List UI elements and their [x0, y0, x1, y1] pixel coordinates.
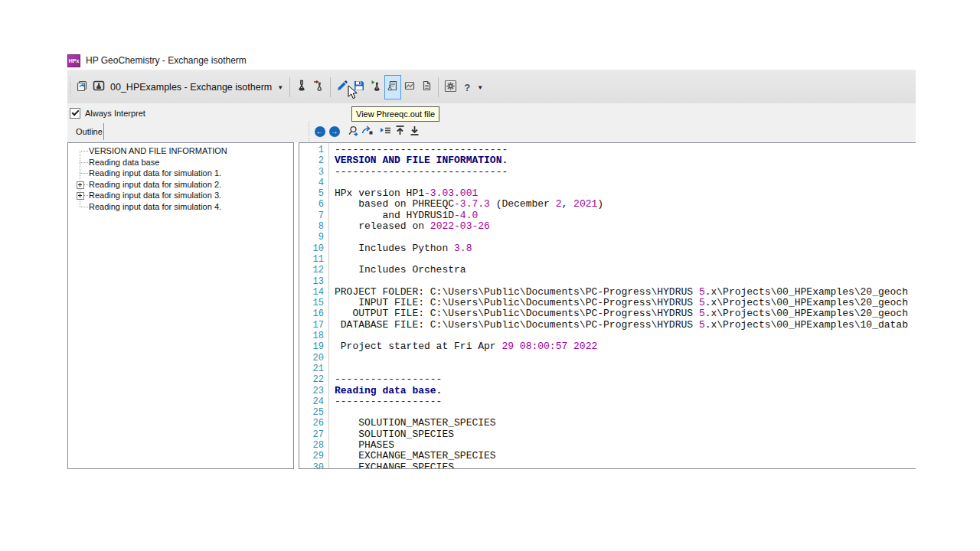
outline-panel: VERSION AND FILE INFORMATIONReading data…	[67, 142, 294, 469]
always-interpret-row[interactable]: Always Interpret	[70, 108, 145, 119]
view-output-button[interactable]	[384, 75, 401, 99]
tree-item[interactable]: Reading input data for simulation 4.	[68, 201, 293, 213]
toolbar-separator	[289, 77, 290, 97]
tree-item-label: Reading input data for simulation 3.	[89, 191, 221, 200]
code-line: 18	[299, 331, 916, 341]
scroll-to-top-button[interactable]	[393, 125, 407, 139]
toolbar-grip[interactable]	[308, 122, 310, 142]
line-number: 17	[299, 320, 329, 331]
flask-a-button[interactable]	[293, 77, 310, 98]
mouse-cursor	[348, 85, 358, 103]
line-number: 19	[299, 341, 329, 352]
always-interpret-checkbox[interactable]	[70, 108, 80, 119]
code-line: 8 released on 2022-03-26	[299, 221, 916, 232]
indent-levels-button[interactable]	[378, 125, 393, 139]
code-line: 13	[299, 276, 916, 287]
line-number: 8	[299, 221, 329, 232]
line-number: 11	[299, 254, 329, 265]
line-number: 22	[299, 374, 329, 385]
view-graph-button[interactable]	[401, 77, 418, 98]
code-text: ------------------	[329, 396, 442, 407]
code-text: INPUT FILE: C:\Users\Public\Documents\PC…	[329, 298, 908, 308]
project-window-button[interactable]	[90, 77, 107, 98]
code-text: VERSION AND FILE INFORMATION.	[329, 155, 508, 166]
navigate-back-button[interactable]: ←	[312, 125, 327, 139]
open-project-button[interactable]	[74, 77, 90, 98]
tree-item-label: VERSION AND FILE INFORMATION	[89, 146, 227, 155]
line-number: 21	[299, 364, 329, 374]
line-number: 25	[299, 407, 329, 418]
code-line: 22------------------	[299, 374, 916, 385]
always-interpret-label: Always Interpret	[85, 109, 145, 118]
code-text: EXCHANGE_SPECIES	[329, 462, 454, 469]
line-number: 26	[299, 418, 329, 429]
code-text	[329, 364, 335, 374]
code-line: 2VERSION AND FILE INFORMATION.	[299, 155, 916, 166]
editor-nav-toolbar: ← →	[306, 123, 422, 140]
copy-pages-icon	[76, 80, 88, 95]
code-line: 3-----------------------------	[299, 167, 916, 178]
tab-outline[interactable]: Outline	[70, 123, 104, 140]
tree-item-label: Reading data base	[89, 158, 159, 167]
options-strip: Always Interpret Outline ← →	[67, 103, 916, 142]
image-icon	[403, 80, 416, 95]
line-number: 18	[299, 331, 329, 341]
scroll-to-bottom-button[interactable]	[407, 125, 422, 139]
window-titlebar: HPx HP GeoChemistry - Exchange isotherm	[67, 52, 916, 69]
code-line: 9	[299, 232, 916, 243]
code-text: -----------------------------	[329, 167, 508, 178]
code-text	[329, 407, 335, 418]
find-button[interactable]	[345, 125, 360, 139]
screen: HPx HP GeoChemistry - Exchange isotherm …	[0, 0, 980, 551]
flask-b-button[interactable]	[310, 77, 327, 98]
line-number: 13	[299, 276, 329, 287]
project-selector[interactable]: 00_HPExamples - Exchange isotherm ▼	[107, 77, 286, 98]
settings-button[interactable]	[442, 77, 459, 98]
code-lines: 1-----------------------------2VERSION A…	[299, 145, 916, 469]
output-viewer-panel[interactable]: 1-----------------------------2VERSION A…	[299, 142, 916, 469]
line-number: 3	[299, 167, 329, 178]
chevron-down-icon: ▼	[477, 84, 483, 91]
code-text: PHASES	[329, 440, 394, 451]
code-line: 29 EXCHANGE_MASTER_SPECIES	[299, 451, 916, 461]
code-line: 17 DATABASE FILE: C:\Users\Public\Docume…	[299, 320, 916, 331]
line-number: 1	[299, 145, 329, 155]
tree-item[interactable]: Reading data base	[68, 157, 293, 168]
line-number: 27	[299, 429, 329, 440]
view-text-button[interactable]	[418, 77, 435, 98]
code-text	[329, 178, 335, 188]
code-line: 5HPx version HP1-3.03.001	[299, 188, 916, 199]
tree-item[interactable]: VERSION AND FILE INFORMATION	[68, 145, 293, 157]
code-line: 30 EXCHANGE_SPECIES	[299, 462, 916, 469]
arrow-to-bottom-icon	[409, 125, 420, 139]
code-text: based on PHREEQC-3.7.3 (December 2, 2021…	[329, 199, 603, 210]
go-to-line-button[interactable]	[360, 125, 374, 139]
line-number: 2	[299, 155, 329, 166]
code-line: 19 Project started at Fri Apr 29 08:00:5…	[299, 341, 916, 352]
code-text: PROJECT FOLDER: C:\Users\Public\Document…	[329, 287, 908, 298]
help-button[interactable]: ?	[459, 77, 475, 98]
tree-item[interactable]: Reading input data for simulation 3.	[68, 190, 293, 201]
line-number: 29	[299, 451, 329, 461]
toolbar-separator	[330, 77, 331, 97]
flask-icon	[296, 80, 308, 95]
code-text: EXCHANGE_MASTER_SPECIES	[329, 451, 496, 461]
code-line: 7 and HYDRUS1D-4.0	[299, 210, 916, 221]
gear-icon	[444, 80, 457, 96]
line-number: 14	[299, 287, 329, 298]
line-number: 6	[299, 199, 329, 210]
run-flask-icon	[370, 80, 382, 95]
tree-item[interactable]: Reading input data for simulation 2.	[68, 179, 293, 191]
code-text: and HYDRUS1D-4.0	[329, 210, 478, 221]
window-title: HP GeoChemistry - Exchange isotherm	[86, 55, 247, 66]
navigate-forward-button[interactable]: →	[327, 125, 341, 139]
tree-item[interactable]: Reading input data for simulation 1.	[68, 168, 293, 179]
expand-plus-icon[interactable]	[77, 192, 84, 200]
run-button[interactable]	[368, 77, 384, 98]
pen-icon	[336, 80, 348, 95]
code-line: 15 INPUT FILE: C:\Users\Public\Documents…	[299, 298, 916, 308]
help-dropdown-button[interactable]: ▼	[475, 77, 485, 98]
goto-arrow-icon	[361, 125, 373, 139]
expand-plus-icon[interactable]	[77, 181, 84, 189]
toolbar-grip[interactable]	[69, 77, 71, 97]
